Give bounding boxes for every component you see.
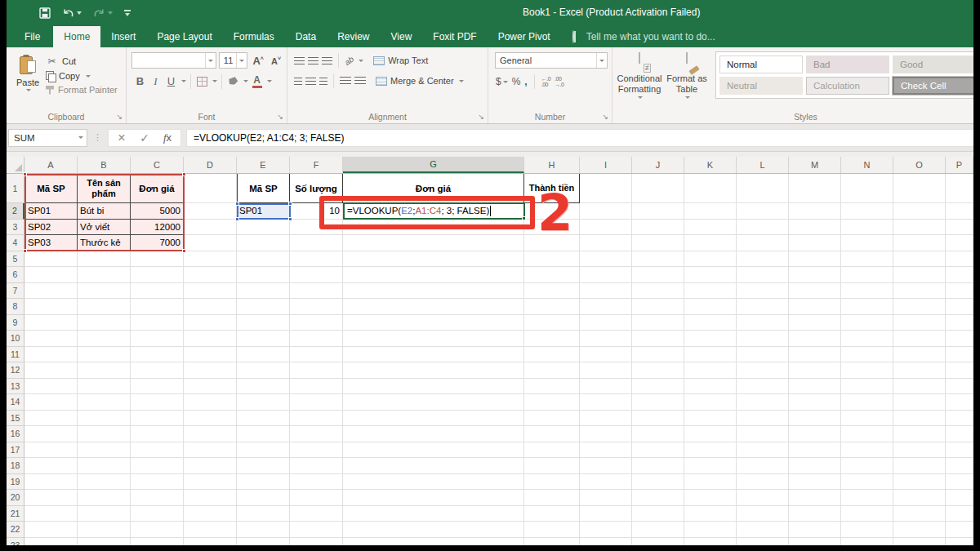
cell-J23[interactable]	[632, 538, 684, 546]
number-dialog-launcher-icon[interactable]: ↘	[602, 113, 608, 121]
font-color-button[interactable]: A	[250, 73, 264, 89]
cell-L21[interactable]	[737, 506, 789, 522]
cell-N4[interactable]	[841, 235, 893, 251]
cell-M4[interactable]	[789, 235, 841, 251]
cell-A7[interactable]	[24, 283, 78, 300]
cell-F19[interactable]	[290, 474, 343, 491]
number-format-dropdown-icon[interactable]	[596, 53, 607, 68]
row-header-23[interactable]: 23	[7, 538, 24, 546]
column-header-I[interactable]: I	[580, 157, 632, 173]
cell-F3[interactable]	[290, 220, 343, 236]
cell-P23[interactable]	[946, 538, 973, 546]
cell-N17[interactable]	[841, 442, 893, 459]
cell-G10[interactable]	[343, 331, 524, 347]
row-header-1[interactable]: 1	[7, 174, 24, 203]
underline-dropdown-icon[interactable]	[181, 80, 186, 82]
cell-L1[interactable]	[737, 174, 789, 203]
number-format-combo[interactable]: General	[495, 52, 608, 69]
fill-color-button[interactable]	[226, 73, 240, 89]
cell-I9[interactable]	[580, 315, 632, 331]
font-name-dropdown-icon[interactable]	[205, 53, 216, 68]
cell-E12[interactable]	[237, 362, 290, 379]
row-header-15[interactable]: 15	[7, 411, 24, 427]
cell-A5[interactable]	[24, 251, 78, 268]
tab-page-layout[interactable]: Page Layout	[146, 26, 222, 47]
cell-D2[interactable]	[184, 203, 237, 220]
cell-O9[interactable]	[893, 315, 946, 331]
cell-F16[interactable]	[290, 426, 343, 442]
cell-B18[interactable]	[78, 458, 131, 474]
align-right-icon[interactable]	[319, 78, 327, 85]
cell-E2[interactable]: SP01	[237, 203, 290, 220]
cell-B9[interactable]	[78, 315, 131, 331]
cell-O3[interactable]	[893, 220, 946, 236]
borders-button[interactable]	[195, 73, 209, 89]
cell-D21[interactable]	[184, 506, 237, 522]
cell-K5[interactable]	[684, 251, 737, 268]
tab-home[interactable]: Home	[53, 26, 100, 47]
row-header-20[interactable]: 20	[7, 490, 24, 506]
cell-I22[interactable]	[580, 522, 632, 538]
tab-review[interactable]: Review	[327, 26, 380, 47]
cell-P16[interactable]	[946, 426, 973, 442]
cell-K16[interactable]	[684, 426, 737, 442]
cell-D3[interactable]	[184, 220, 237, 236]
cell-D11[interactable]	[184, 347, 237, 363]
cell-J10[interactable]	[632, 331, 684, 347]
cell-O6[interactable]	[893, 267, 946, 283]
select-all-button[interactable]	[7, 157, 24, 173]
cell-I16[interactable]	[580, 426, 632, 442]
cell-O13[interactable]	[893, 379, 946, 395]
cell-K22[interactable]	[684, 522, 737, 538]
cell-L11[interactable]	[737, 347, 789, 363]
cell-O4[interactable]	[893, 235, 946, 251]
cell-A20[interactable]	[24, 490, 78, 506]
cell-style-normal[interactable]: Normal	[719, 56, 803, 73]
cell-I8[interactable]	[580, 299, 632, 315]
formula-input[interactable]: =VLOOKUP(E2; A1:C4; 3; FALSE)	[186, 129, 973, 147]
cell-J13[interactable]	[632, 379, 684, 395]
wrap-text-button[interactable]: Wrap Text	[373, 56, 428, 65]
column-header-E[interactable]: E	[237, 157, 290, 173]
cell-D16[interactable]	[184, 426, 237, 442]
cell-K12[interactable]	[684, 362, 737, 379]
cut-button[interactable]: ✂ Cut	[46, 56, 118, 67]
cell-G13[interactable]	[343, 379, 524, 395]
cell-D12[interactable]	[184, 362, 237, 379]
cell-G4[interactable]	[343, 235, 524, 251]
redo-icon[interactable]	[93, 8, 113, 19]
cell-M23[interactable]	[789, 538, 841, 546]
cell-L6[interactable]	[737, 267, 789, 283]
cell-J15[interactable]	[632, 411, 684, 427]
fill-color-dropdown-icon[interactable]	[243, 80, 248, 82]
column-header-F[interactable]: F	[290, 157, 343, 173]
font-size-combo[interactable]: 11	[219, 52, 248, 69]
cell-M2[interactable]	[789, 203, 841, 220]
cell-H3[interactable]	[524, 220, 580, 236]
cell-J7[interactable]	[632, 283, 684, 300]
bold-button[interactable]: B	[133, 73, 147, 89]
cell-I23[interactable]	[580, 538, 632, 546]
row-header-11[interactable]: 11	[7, 347, 24, 363]
cell-G2[interactable]: =VLOOKUP(E2; A1:C4; 3; FALSE)	[343, 203, 524, 220]
row-header-9[interactable]: 9	[7, 315, 24, 331]
tab-data[interactable]: Data	[285, 26, 327, 47]
cell-K20[interactable]	[684, 490, 737, 506]
cell-P13[interactable]	[946, 379, 973, 395]
cell-L8[interactable]	[737, 299, 789, 315]
percent-button[interactable]: %	[512, 76, 521, 87]
cell-H16[interactable]	[524, 426, 580, 442]
cell-I21[interactable]	[580, 506, 632, 522]
cell-H6[interactable]	[524, 267, 580, 283]
cell-H15[interactable]	[524, 411, 580, 427]
cell-P15[interactable]	[946, 411, 973, 427]
cell-F17[interactable]	[290, 442, 343, 459]
cell-H8[interactable]	[524, 299, 580, 315]
cell-D9[interactable]	[184, 315, 237, 331]
cell-M5[interactable]	[789, 251, 841, 268]
cell-G15[interactable]	[343, 411, 524, 427]
cell-E11[interactable]	[237, 347, 290, 363]
cell-I12[interactable]	[580, 362, 632, 379]
cell-N6[interactable]	[841, 267, 893, 283]
cell-J17[interactable]	[632, 442, 684, 459]
